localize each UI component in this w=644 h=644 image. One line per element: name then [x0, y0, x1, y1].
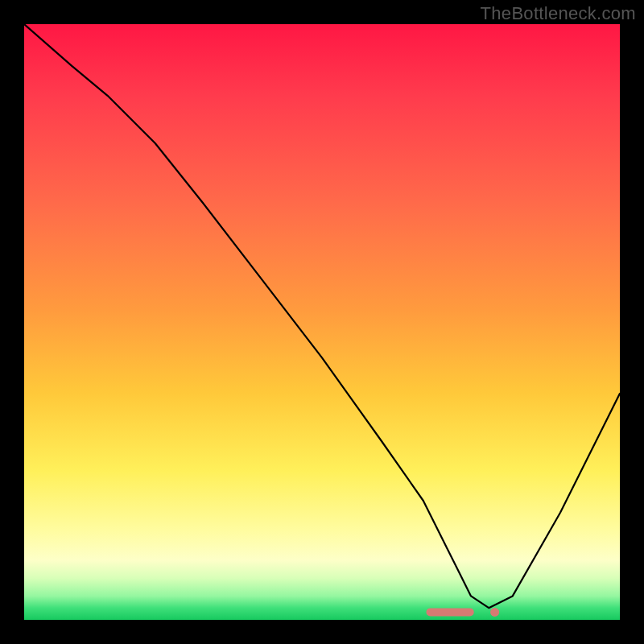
marker-outlier: [490, 608, 499, 617]
watermark-text: TheBottleneck.com: [481, 3, 636, 24]
marker-cluster: [427, 608, 474, 616]
chart-frame: TheBottleneck.com: [0, 0, 644, 644]
curve-overlay: [24, 24, 620, 620]
plot-area: [24, 24, 620, 620]
bottleneck-curve: [24, 24, 620, 608]
